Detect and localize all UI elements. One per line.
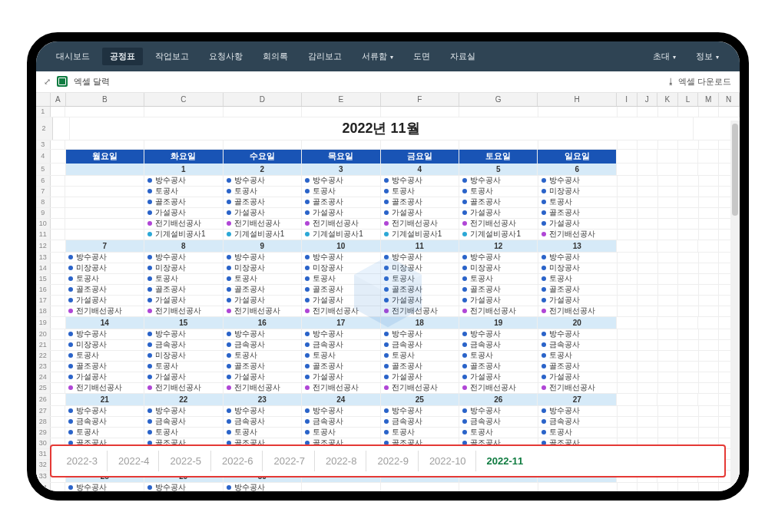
cell[interactable]: 골조공사 [144,285,224,295]
cell[interactable] [638,274,658,284]
cell[interactable] [658,230,679,240]
cell[interactable] [51,285,65,295]
row-number[interactable]: 34 [36,483,51,491]
cell[interactable]: 17 [302,317,380,329]
cell[interactable]: 2 [224,164,302,175]
cell[interactable] [51,164,66,175]
cell[interactable]: 토공사 [538,274,618,284]
cell[interactable] [699,483,720,491]
cell[interactable]: 23 [224,394,302,405]
cell[interactable]: 13 [538,240,616,252]
cell[interactable] [618,417,638,427]
cell[interactable] [678,362,699,372]
cell[interactable] [658,329,679,339]
cell[interactable] [51,351,65,361]
cell[interactable] [678,340,699,350]
cell[interactable]: 토공사 [302,351,381,361]
cell[interactable]: 금속공사 [144,340,224,350]
nav-item-1[interactable]: 공정표 [102,48,143,65]
row-number[interactable]: 10 [36,219,51,229]
cell[interactable]: 미장공사 [144,351,224,361]
cell[interactable]: 방수공사 [224,253,303,263]
cell[interactable]: 가설공사 [459,208,538,218]
cell[interactable]: 가설공사 [381,296,460,306]
cell[interactable] [618,340,638,350]
cell[interactable] [638,306,658,316]
cell[interactable] [618,406,638,416]
row-number[interactable]: 3 [36,140,51,149]
cell[interactable]: 토공사 [65,274,144,284]
cell[interactable]: 10 [302,240,380,252]
cell[interactable] [658,306,679,316]
cell[interactable] [638,329,658,339]
cell[interactable] [678,285,699,295]
cell[interactable]: 토공사 [538,428,618,438]
cell[interactable] [302,140,381,149]
cell[interactable] [638,340,658,350]
row-number[interactable]: 9 [36,208,51,218]
cell[interactable]: 골조공사 [459,362,538,372]
row-number[interactable]: 32 [36,460,51,470]
cell[interactable]: 22 [144,394,223,405]
cell[interactable]: 방수공사 [144,483,224,491]
cell[interactable] [618,263,638,273]
cell[interactable]: 골조공사 [302,197,381,207]
cell[interactable]: 월요일 [66,150,144,164]
cell[interactable] [658,187,679,197]
cell[interactable]: 가설공사 [302,296,381,306]
cell[interactable] [719,483,739,491]
cell[interactable] [144,107,224,117]
cell[interactable]: 전기배선공사 [459,306,538,316]
cell[interactable] [698,317,719,329]
row-num-header[interactable] [36,93,51,106]
cell[interactable] [638,219,658,229]
cell[interactable] [678,107,699,117]
cell[interactable] [638,362,658,372]
cell[interactable] [638,417,658,427]
cell[interactable]: 가설공사 [538,372,618,382]
cell[interactable]: 7 [66,240,144,252]
cell[interactable] [51,240,66,252]
cell[interactable]: 방수공사 [302,406,381,416]
nav-item-3[interactable]: 요청사항 [201,48,250,65]
cell[interactable]: 토요일 [459,150,538,164]
cell[interactable] [65,230,144,240]
cell[interactable] [658,296,679,306]
cell[interactable]: 방수공사 [381,176,460,186]
cell[interactable]: 골조공사 [538,362,618,372]
cell[interactable]: 금속공사 [381,417,460,427]
cell[interactable]: 일요일 [538,150,616,164]
col-header-A[interactable]: A [51,93,66,106]
cell[interactable]: 19 [459,317,538,329]
cell[interactable]: 방수공사 [144,253,224,263]
sheet-tab-2022-11[interactable]: 2022-11 [478,451,533,471]
cell[interactable]: 가설공사 [302,208,381,218]
cell[interactable] [678,351,699,361]
cell[interactable] [658,140,679,149]
cell[interactable] [51,362,65,372]
cell[interactable] [51,197,65,207]
col-header-F[interactable]: F [381,93,459,106]
cell[interactable] [618,176,638,186]
cell[interactable]: 골조공사 [381,285,460,295]
cell[interactable]: 6 [538,164,616,175]
cell[interactable] [678,176,699,186]
cell[interactable] [658,219,679,229]
cell[interactable]: 전기배선공사 [65,306,144,316]
cell[interactable]: 가설공사 [302,372,381,382]
cell[interactable]: 가설공사 [224,296,303,306]
cell[interactable] [65,140,144,149]
cell[interactable] [658,285,679,295]
sheet-tab-2022-10[interactable]: 2022-10 [420,451,476,471]
cell[interactable] [66,164,144,175]
cell[interactable] [51,263,65,273]
cell[interactable]: 토공사 [381,351,460,361]
cell[interactable] [657,150,678,163]
cell[interactable]: 8 [144,240,223,252]
cell[interactable] [618,197,638,207]
cell[interactable] [618,187,638,197]
cell[interactable]: 전기배선공사 [459,383,538,393]
cell[interactable]: 토공사 [144,362,224,372]
cell[interactable]: 골조공사 [224,362,303,372]
cell[interactable] [538,107,618,117]
